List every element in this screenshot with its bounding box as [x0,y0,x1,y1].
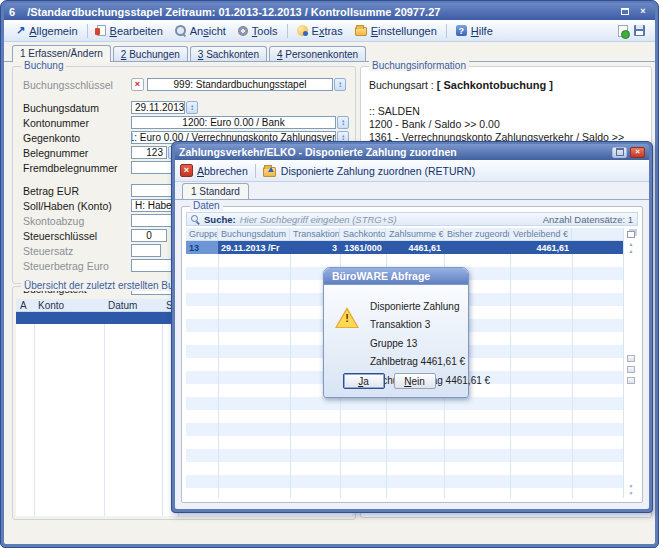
zuordnen-button[interactable]: Disponierte Zahlung zuordnen (RETURN) [263,164,475,177]
cell-datum: 29.11.2013 /Fr [218,241,290,254]
folder-icon [355,27,367,36]
menu-bearbeiten[interactable]: Bearbeiten [91,23,169,39]
steuersatz-field[interactable] [131,244,161,257]
spinner-icon[interactable]: ↕ [334,78,346,91]
search-label: Suche: [204,214,236,225]
gegenkonto-label: Gegenkonto [23,132,131,144]
clear-x-icon[interactable]: × [131,78,144,91]
steuerschluessel-label: Steuerschlüssel [23,230,131,242]
col-verbleibend[interactable]: Verbleibend € [510,228,572,240]
scroll-up-icon[interactable]: ▲ [629,248,634,255]
info-line: 1200 - Bank / Saldo >> 0.00 [369,118,643,131]
menu-hilfe[interactable]: ? Hilfe [450,23,499,39]
belegnummer-label: Belegnummer [23,147,131,159]
tab-buchungen[interactable]: 2 Buchungen [113,46,188,61]
close-icon[interactable]: × [630,147,645,158]
dialog-titlebar: Zahlungsverkehr/ELKO - Disponierte Zahlu… [175,144,649,160]
spinner-icon[interactable]: ↕ [337,116,349,129]
gear-icon [238,26,248,36]
arrow-ne-icon: ↗ [16,25,25,36]
gem-icon [297,25,308,36]
col-bisher-zugeordnet[interactable]: Bisher zugeordnet [444,228,510,240]
buchungsart-value: [ Sachkontobuchung ] [437,79,553,91]
main-titlebar: 6 /Standardbuchungsstapel Zeitraum: 01.2… [4,3,655,20]
toolbar-separator [255,164,256,178]
col-a[interactable]: A [16,300,34,311]
belegnummer-field[interactable]: 123 [131,146,167,159]
buchungsschluessel-field[interactable]: 999: Standardbuchungsstapel [147,78,333,91]
col-sachkonto[interactable]: Sachkonto [340,228,386,240]
col-gruppe[interactable]: Gruppe [186,228,218,240]
assign-folder-icon [263,167,276,177]
record-count: Anzahl Datensätze: 1 [543,214,633,225]
tab-personenkonten[interactable]: 4 Personenkonten [269,46,366,61]
steuerbetrag-label: Steuerbetrag Euro [23,260,131,272]
nein-button[interactable]: Nein [394,373,436,389]
menu-tools[interactable]: Tools [232,23,284,39]
col-datum[interactable]: Datum [104,300,162,311]
dialog-tabstrip: 1 Standard [175,182,649,200]
col-transaktion[interactable]: Transaktion [290,228,340,240]
payment-row-selected[interactable]: 13 29.11.2013 /Fr 3 1361/000 4461,61 446… [186,241,623,254]
restore-icon[interactable] [618,6,632,18]
magnifier-icon [175,25,186,36]
menu-allgemein[interactable]: ↗ Allgemein [10,23,84,39]
main-tabstrip: 1 Erfassen/Ändern 2 Buchungen 3 Sachkont… [4,42,655,62]
window-title: /Standardbuchungsstapel Zeitraum: 01.201… [27,6,440,18]
soll-haben-label: Soll/Haben (Konto) [23,200,131,212]
search-icon [191,215,200,224]
steuersatz-label: Steuersatz [23,245,131,257]
col-buchungsdatum[interactable]: Buchungsdatum [218,228,290,240]
info-legend: Buchungsinformation [369,60,469,71]
kontonummer-field[interactable]: 1200: Euro 0.00 / Bank [131,116,336,129]
msgbox-titlebar: BüroWARE Abfrage [324,268,468,285]
betrag-label: Betrag EUR [23,185,131,197]
msg-line: Transaktion 3 [370,316,490,335]
menu-extras[interactable]: Extras [291,23,349,39]
buchungsart-label: Buchungsart : [369,79,434,91]
scroll-down-icon[interactable]: ▼ [629,483,634,490]
help-icon: ? [456,25,467,36]
tab-sachkonten[interactable]: 3 Sachkonten [190,46,267,61]
col-konto[interactable]: Konto [34,300,104,311]
copy-icon[interactable] [627,231,635,238]
ja-button[interactable]: Ja [343,373,385,389]
minimize-icon[interactable] [612,147,627,158]
scroll-up-icon[interactable]: ▲ [629,241,634,248]
close-icon[interactable]: × [636,6,650,18]
tab-standard[interactable]: 1 Standard [182,183,249,199]
table-side-toolbar: ▲ ▲ ▼ ▼ [623,228,638,498]
list-icon[interactable] [627,355,635,362]
abbrechen-button[interactable]: × Abbrechen [180,164,248,177]
skontoabzug-label: Skontoabzug [23,215,131,227]
zoom-icon[interactable] [627,366,635,373]
payments-table-header: Gruppe Buchungsdatum Transaktion Sachkon… [186,228,623,241]
search-bar[interactable]: Suche: Hier Suchbegriff eingeben (STRG+S… [186,212,638,226]
buchungsdatum-field[interactable]: 29.11.2013 /Fr [131,101,185,114]
msg-line: Gruppe 13 [370,334,490,353]
steuerschluessel-field[interactable]: 0 [131,229,167,242]
cell-gruppe: 13 [186,241,218,254]
buchungsdatum-label: Buchungsdatum [23,102,131,114]
window-id: 6 [9,6,15,18]
msg-line: Disponierte Zahlung [370,297,490,316]
dialog-title: Zahlungsverkehr/ELKO - Disponierte Zahlu… [179,146,457,158]
menubar: ↗ Allgemein Bearbeiten Ansicht Tools Ext… [4,20,655,42]
spinner-icon[interactable]: ↕ [186,101,198,114]
msgbox-body: ! Disponierte Zahlung Transaktion 3 Grup… [324,285,468,397]
col-zahlsumme[interactable]: Zahlsumme € [386,228,444,240]
save-icon[interactable] [634,25,645,36]
menu-ansicht[interactable]: Ansicht [169,23,232,39]
export-icon[interactable] [627,377,635,384]
warning-exclamation: ! [345,312,349,324]
menu-separator [87,24,88,38]
cell-verbleibend: 4461,61 [510,241,572,254]
cell-transaktion: 3 [290,241,340,254]
cancel-x-icon: × [180,164,193,177]
scroll-down-icon[interactable]: ▼ [629,490,634,497]
fremdbelegnummer-label: Fremdbelegnummer [23,162,131,174]
edit-page-icon [97,25,106,36]
search-placeholder: Hier Suchbegriff eingeben (STRG+S) [240,214,539,225]
menu-einstellungen[interactable]: Einstellungen [349,23,443,39]
new-document-icon[interactable] [618,25,628,37]
